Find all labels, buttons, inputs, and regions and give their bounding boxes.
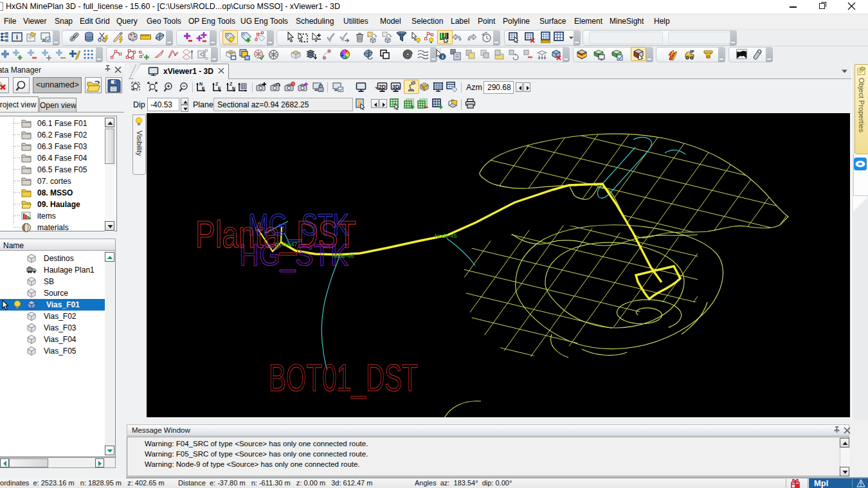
svg-text:N: N [232,86,235,91]
svg-text:BOT01_DST: BOT01_DST [269,356,418,399]
svg-text:Node-45: Node-45 [435,233,457,239]
svg-text:Node-46: Node-46 [332,253,354,259]
svg-text:i: i [16,33,18,41]
svg-text:Planta_DST: Planta_DST [195,213,356,256]
svg-text:E: E [218,86,221,91]
svg-text:E: E [202,86,205,91]
svg-text:Node-47: Node-47 [275,241,298,248]
